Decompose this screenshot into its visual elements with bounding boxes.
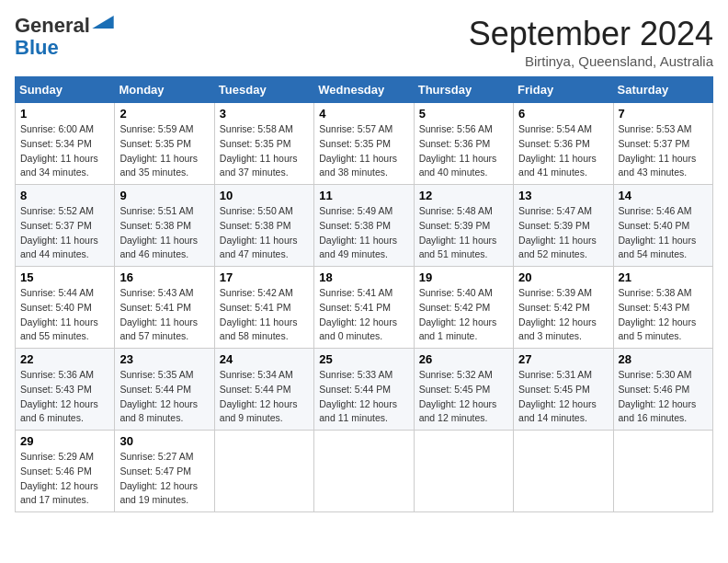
day-info: Sunrise: 5:30 AMSunset: 5:46 PMDaylight:… (619, 369, 697, 423)
day-info: Sunrise: 5:51 AMSunset: 5:38 PMDaylight:… (119, 205, 198, 259)
day-info: Sunrise: 5:47 AMSunset: 5:39 PMDaylight:… (518, 205, 597, 259)
calendar-week-row: 29 Sunrise: 5:29 AMSunset: 5:46 PMDaylig… (16, 431, 713, 512)
day-number: 28 (619, 352, 708, 366)
day-info: Sunrise: 5:40 AMSunset: 5:42 PMDaylight:… (419, 287, 497, 341)
day-number: 25 (319, 352, 408, 366)
day-number: 7 (619, 107, 708, 121)
calendar-day-cell: 22 Sunrise: 5:36 AMSunset: 5:43 PMDaylig… (16, 349, 115, 431)
day-info: Sunrise: 5:35 AMSunset: 5:44 PMDaylight:… (119, 369, 198, 423)
day-info: Sunrise: 5:59 AMSunset: 5:35 PMDaylight:… (119, 123, 198, 178)
day-number: 29 (20, 434, 109, 448)
calendar-day-cell: 10 Sunrise: 5:50 AMSunset: 5:38 PMDaylig… (214, 185, 313, 267)
day-number: 19 (419, 270, 508, 284)
calendar-week-row: 15 Sunrise: 5:44 AMSunset: 5:40 PMDaylig… (16, 267, 713, 349)
calendar-day-cell: 28 Sunrise: 5:30 AMSunset: 5:46 PMDaylig… (613, 349, 712, 431)
day-number: 12 (419, 189, 508, 202)
day-number: 1 (20, 107, 109, 121)
day-number: 11 (319, 189, 408, 202)
day-info: Sunrise: 5:38 AMSunset: 5:43 PMDaylight:… (619, 287, 697, 341)
day-info: Sunrise: 5:31 AMSunset: 5:45 PMDaylight:… (518, 369, 597, 423)
calendar-day-cell: 24 Sunrise: 5:34 AMSunset: 5:44 PMDaylig… (214, 349, 313, 431)
page-header: General Blue September 2024 Birtinya, Qu… (15, 15, 713, 69)
logo-blue-text: Blue (15, 37, 59, 59)
location-subtitle: Birtinya, Queensland, Australia (469, 53, 713, 69)
day-number: 16 (119, 270, 209, 284)
calendar-table: SundayMondayTuesdayWednesdayThursdayFrid… (15, 76, 713, 512)
title-block: September 2024 Birtinya, Queensland, Aus… (469, 15, 713, 69)
day-number: 30 (119, 434, 209, 448)
empty-cell (214, 431, 313, 512)
weekday-header: Thursday (414, 77, 513, 103)
calendar-day-cell: 11 Sunrise: 5:49 AMSunset: 5:38 PMDaylig… (314, 185, 414, 267)
day-info: Sunrise: 5:44 AMSunset: 5:40 PMDaylight:… (20, 287, 98, 341)
empty-cell (314, 431, 414, 512)
calendar-day-cell: 27 Sunrise: 5:31 AMSunset: 5:45 PMDaylig… (514, 349, 613, 431)
calendar-day-cell: 18 Sunrise: 5:41 AMSunset: 5:41 PMDaylig… (314, 267, 414, 349)
day-number: 18 (319, 270, 408, 284)
day-info: Sunrise: 5:33 AMSunset: 5:44 PMDaylight:… (319, 369, 397, 423)
weekday-header: Monday (115, 77, 214, 103)
day-number: 14 (619, 189, 708, 202)
day-info: Sunrise: 5:36 AMSunset: 5:43 PMDaylight:… (20, 369, 98, 423)
calendar-day-cell: 5 Sunrise: 5:56 AMSunset: 5:36 PMDayligh… (414, 103, 513, 185)
day-number: 26 (419, 352, 508, 366)
weekday-header: Wednesday (314, 77, 414, 103)
svg-marker-0 (92, 16, 113, 29)
calendar-day-cell: 9 Sunrise: 5:51 AMSunset: 5:38 PMDayligh… (115, 185, 214, 267)
day-info: Sunrise: 5:58 AMSunset: 5:35 PMDaylight:… (220, 123, 298, 178)
calendar-day-cell: 13 Sunrise: 5:47 AMSunset: 5:39 PMDaylig… (514, 185, 613, 267)
day-info: Sunrise: 5:27 AMSunset: 5:47 PMDaylight:… (119, 451, 198, 505)
month-title: September 2024 (469, 15, 713, 53)
day-info: Sunrise: 5:54 AMSunset: 5:36 PMDaylight:… (518, 123, 597, 178)
calendar-day-cell: 6 Sunrise: 5:54 AMSunset: 5:36 PMDayligh… (514, 103, 613, 185)
day-number: 3 (220, 107, 309, 121)
calendar-day-cell: 17 Sunrise: 5:42 AMSunset: 5:41 PMDaylig… (214, 267, 313, 349)
day-number: 2 (119, 107, 209, 121)
day-number: 21 (619, 270, 708, 284)
logo-icon (92, 16, 114, 29)
calendar-day-cell: 25 Sunrise: 5:33 AMSunset: 5:44 PMDaylig… (314, 349, 414, 431)
day-info: Sunrise: 5:34 AMSunset: 5:44 PMDaylight:… (220, 369, 298, 423)
day-info: Sunrise: 5:49 AMSunset: 5:38 PMDaylight:… (319, 205, 397, 259)
weekday-header-row: SundayMondayTuesdayWednesdayThursdayFrid… (16, 77, 713, 103)
calendar-day-cell: 19 Sunrise: 5:40 AMSunset: 5:42 PMDaylig… (414, 267, 513, 349)
calendar-day-cell: 29 Sunrise: 5:29 AMSunset: 5:46 PMDaylig… (16, 431, 115, 512)
logo: General Blue (15, 15, 114, 59)
day-info: Sunrise: 5:29 AMSunset: 5:46 PMDaylight:… (20, 451, 98, 505)
calendar-day-cell: 26 Sunrise: 5:32 AMSunset: 5:45 PMDaylig… (414, 349, 513, 431)
weekday-header: Tuesday (214, 77, 313, 103)
day-info: Sunrise: 5:41 AMSunset: 5:41 PMDaylight:… (319, 287, 397, 341)
calendar-day-cell: 7 Sunrise: 5:53 AMSunset: 5:37 PMDayligh… (613, 103, 712, 185)
day-info: Sunrise: 5:39 AMSunset: 5:42 PMDaylight:… (518, 287, 597, 341)
day-info: Sunrise: 5:50 AMSunset: 5:38 PMDaylight:… (220, 205, 298, 259)
calendar-day-cell: 8 Sunrise: 5:52 AMSunset: 5:37 PMDayligh… (16, 185, 115, 267)
calendar-week-row: 8 Sunrise: 5:52 AMSunset: 5:37 PMDayligh… (16, 185, 713, 267)
calendar-day-cell: 1 Sunrise: 6:00 AMSunset: 5:34 PMDayligh… (16, 103, 115, 185)
calendar-day-cell: 16 Sunrise: 5:43 AMSunset: 5:41 PMDaylig… (115, 267, 214, 349)
day-number: 6 (518, 107, 608, 121)
day-info: Sunrise: 5:32 AMSunset: 5:45 PMDaylight:… (419, 369, 497, 423)
day-number: 20 (518, 270, 608, 284)
day-info: Sunrise: 5:57 AMSunset: 5:35 PMDaylight:… (319, 123, 397, 178)
day-number: 8 (20, 189, 109, 202)
calendar-day-cell: 20 Sunrise: 5:39 AMSunset: 5:42 PMDaylig… (514, 267, 613, 349)
day-number: 10 (220, 189, 309, 202)
calendar-week-row: 22 Sunrise: 5:36 AMSunset: 5:43 PMDaylig… (16, 349, 713, 431)
day-number: 17 (220, 270, 309, 284)
weekday-header: Sunday (16, 77, 115, 103)
day-info: Sunrise: 5:48 AMSunset: 5:39 PMDaylight:… (419, 205, 497, 259)
day-number: 23 (119, 352, 209, 366)
logo-text: General (15, 15, 90, 37)
day-info: Sunrise: 5:52 AMSunset: 5:37 PMDaylight:… (20, 205, 98, 259)
day-number: 9 (119, 189, 209, 202)
calendar-header: SundayMondayTuesdayWednesdayThursdayFrid… (16, 77, 713, 103)
day-info: Sunrise: 5:53 AMSunset: 5:37 PMDaylight:… (619, 123, 697, 178)
day-info: Sunrise: 5:56 AMSunset: 5:36 PMDaylight:… (419, 123, 497, 178)
calendar-day-cell: 12 Sunrise: 5:48 AMSunset: 5:39 PMDaylig… (414, 185, 513, 267)
empty-cell (414, 431, 513, 512)
day-number: 5 (419, 107, 508, 121)
calendar-body: 1 Sunrise: 6:00 AMSunset: 5:34 PMDayligh… (16, 103, 713, 512)
calendar-day-cell: 2 Sunrise: 5:59 AMSunset: 5:35 PMDayligh… (115, 103, 214, 185)
day-number: 22 (20, 352, 109, 366)
calendar-day-cell: 23 Sunrise: 5:35 AMSunset: 5:44 PMDaylig… (115, 349, 214, 431)
